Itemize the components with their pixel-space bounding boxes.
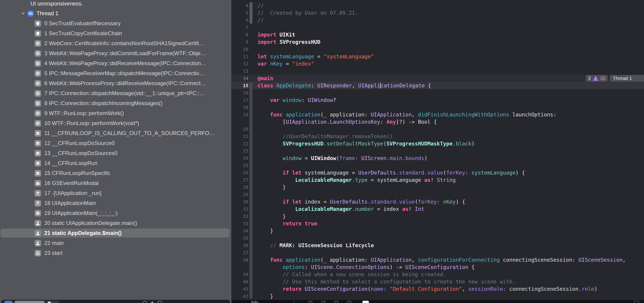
debug-bar-icon[interactable] — [334, 301, 338, 303]
code-line[interactable]: 11let systemLanguage = "systemLanguage" — [232, 53, 644, 60]
stack-frame-row[interactable]: 13 __CFRunLoopDoSources0 — [0, 148, 231, 158]
line-number[interactable]: 30 — [232, 199, 248, 205]
line-number[interactable]: 23 — [232, 148, 248, 154]
stack-frame-row[interactable]: 22 main — [0, 238, 231, 248]
line-number[interactable]: 21 — [232, 134, 248, 139]
code-line[interactable]: 39 // Called when a new scene session is… — [232, 271, 644, 278]
line-number[interactable]: 17 — [232, 97, 248, 103]
code-line[interactable]: 20 — [232, 125, 644, 133]
stack-frame-row[interactable]: 19 UIApplicationMain(_:_:_:_:) — [0, 208, 231, 218]
line-number[interactable]: 39 — [232, 272, 248, 277]
line-number[interactable]: 9 — [232, 39, 248, 45]
stack-frame-row[interactable]: 3 WebKit::WebPageProxy::didCommitLoadFor… — [0, 48, 231, 58]
stack-frame-row[interactable]: 23 start — [0, 248, 231, 258]
stack-frame-row[interactable]: 20 static UIApplicationDelegate.main() — [0, 218, 231, 228]
stack-frame-row[interactable]: 8 IPC::Connection::dispatchIncomingMessa… — [0, 98, 231, 108]
thread-badge[interactable]: Thread 1 — [610, 75, 644, 82]
line-number[interactable]: 22 — [232, 141, 248, 146]
circle-icon[interactable] — [143, 301, 147, 303]
code-area[interactable]: 4//5// Created by User on 07.09.21.6//78… — [232, 0, 644, 300]
code-line[interactable]: 35 — [232, 235, 644, 242]
source-editor[interactable]: 4//5// Created by User on 07.09.21.6//78… — [232, 0, 644, 303]
location-button[interactable] — [362, 301, 369, 303]
rect-icon[interactable] — [158, 301, 162, 303]
line-number[interactable]: 31 — [232, 206, 248, 212]
code-line[interactable]: 19 func application(_ application: UIApp… — [232, 111, 644, 118]
code-line[interactable]: 32 } — [232, 213, 644, 220]
line-number[interactable]: 26 — [232, 170, 248, 175]
line-number[interactable]: 32 — [232, 214, 248, 219]
code-line[interactable]: 16 — [232, 89, 644, 96]
stack-frame-row[interactable]: 1 SecTrustCopyCertificateChain — [0, 28, 231, 38]
stack-frame-row[interactable]: 12 __CFRunLoopDoSource0 — [0, 138, 231, 148]
code-line[interactable]: 9import SVProgressHUD — [232, 38, 644, 46]
code-line[interactable]: 41 return UISceneConfiguration(name: "De… — [232, 285, 644, 293]
code-line[interactable]: 12var nKey = "index" — [232, 60, 644, 67]
line-number[interactable]: 11 — [232, 54, 248, 59]
stack-frame-row[interactable]: 10 WTF::RunLoop::performWork(void*) — [0, 118, 231, 128]
debug-bar-icon[interactable] — [348, 301, 351, 303]
code-line[interactable]: 21 //UserDefaultsManager.removeToken() — [232, 133, 644, 140]
line-number[interactable]: 7 — [232, 25, 248, 30]
line-number[interactable]: 27 — [232, 177, 248, 183]
line-number[interactable]: 20 — [232, 126, 248, 132]
code-line[interactable]: 29 — [232, 191, 644, 198]
code-line[interactable]: 5// Created by User on 07.09.21. — [232, 9, 644, 16]
line-number[interactable]: 19 — [232, 112, 248, 117]
filter-field[interactable] — [14, 301, 44, 303]
line-number[interactable]: 38 — [232, 257, 248, 263]
line-number[interactable]: 29 — [232, 192, 248, 197]
stack-frame-row[interactable]: 21 static AppDelegate.$main() — [0, 228, 231, 238]
stack-frame-row[interactable]: 11 __CFRUNLOOP_IS_CALLING_OUT_TO_A_SOURC… — [0, 128, 231, 138]
stack-view-icon[interactable] — [634, 301, 639, 303]
code-line[interactable]: 23 — [232, 147, 644, 155]
line-number[interactable]: 6 — [232, 17, 248, 23]
stack-frame-row[interactable]: 9 WTF::RunLoop::performWork() — [0, 108, 231, 118]
stack-frame-row[interactable]: 6 WebKit::WebProcessProxy::didReceiveMes… — [0, 78, 231, 88]
code-line[interactable]: 27 LocalizableManager.type = systemLangu… — [232, 176, 644, 184]
code-line[interactable]: options: UIScene.ConnectionOptions) -> U… — [232, 264, 644, 271]
line-number[interactable]: 34 — [232, 228, 248, 234]
code-line[interactable]: 7 — [232, 24, 644, 31]
stack-frame-row[interactable]: 7 IPC::Connection::dispatchMessage(std::… — [0, 88, 231, 98]
stack-frame-row[interactable]: 15 CFRunLoopRunSpecific — [0, 168, 231, 178]
line-number[interactable]: 5 — [232, 10, 248, 16]
line-number[interactable]: 41 — [232, 286, 248, 292]
debug-bar-icon[interactable] — [322, 301, 325, 303]
code-line[interactable]: 18 — [232, 104, 644, 111]
line-number[interactable]: 24 — [232, 155, 248, 161]
line-number[interactable]: 28 — [232, 185, 248, 190]
variables-view-icon[interactable] — [252, 301, 258, 303]
stack-frame-row[interactable]: 16 GSEventRunModal — [0, 178, 231, 188]
line-number[interactable]: 16 — [232, 90, 248, 96]
code-line[interactable]: 10 — [232, 46, 644, 53]
code-line[interactable]: 6// — [232, 16, 644, 24]
breakpoint-pill-icon[interactable] — [4, 301, 13, 303]
line-number[interactable]: 12 — [232, 61, 248, 66]
code-line[interactable]: 26 if let systemLanguage = UserDefaults.… — [232, 169, 644, 176]
warning-icon[interactable] — [150, 301, 154, 303]
code-line[interactable]: 34 } — [232, 227, 644, 235]
line-number[interactable]: 37 — [232, 250, 248, 255]
code-line[interactable]: 17 var window: UIWindow? — [232, 96, 644, 104]
line-number[interactable]: 4 — [232, 3, 248, 8]
code-line[interactable]: 13 — [232, 67, 644, 75]
code-line[interactable]: 15class AppDelegate: UIResponder, UIAppl… — [232, 82, 644, 89]
code-line[interactable]: 25 — [232, 162, 644, 169]
code-line[interactable]: 31 LocalizableManager.number = index as!… — [232, 205, 644, 213]
runtime-issues-badge[interactable]: 2 — [586, 75, 608, 82]
stack-frame-row[interactable]: 2 WebCore::CertificateInfo::containsNonR… — [0, 38, 231, 48]
line-number[interactable]: 8 — [232, 32, 248, 37]
line-number[interactable]: 42 — [232, 294, 248, 299]
code-line[interactable]: 37 — [232, 249, 644, 256]
code-line[interactable]: 22 SVProgressHUD.setDefaultMaskType(SVPr… — [232, 140, 644, 147]
code-line[interactable]: 38 func application(_ application: UIApp… — [232, 256, 644, 264]
code-line[interactable]: 36 // MARK: UISceneSession Lifecycle — [232, 242, 644, 249]
code-line[interactable]: 28 } — [232, 184, 644, 191]
line-number[interactable]: 36 — [232, 243, 248, 248]
code-line[interactable]: 8import UIKit — [232, 31, 644, 38]
code-line[interactable]: 24 window = UIWindow(frame: UIScreen.mai… — [232, 155, 644, 162]
line-number[interactable]: 35 — [232, 235, 248, 241]
code-line[interactable]: 14@main — [232, 75, 644, 82]
debug-bar-icon[interactable] — [308, 301, 312, 303]
